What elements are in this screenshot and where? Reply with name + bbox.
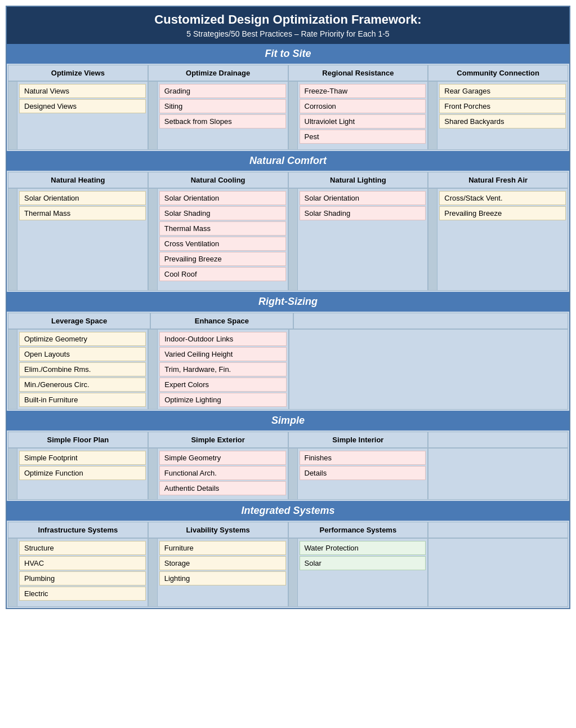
rating-box[interactable]	[8, 330, 17, 409]
rating-box[interactable]	[289, 82, 298, 149]
rating-box[interactable]	[428, 82, 437, 149]
col-items-2: Water ProtectionSolar	[288, 538, 428, 607]
list-item: Built-in Furniture	[19, 393, 146, 407]
col-header-2: Simple Interior	[288, 432, 428, 448]
items-list: StructureHVACPlumbingElectric	[17, 539, 148, 606]
rating-box[interactable]	[289, 189, 298, 290]
rating-box[interactable]	[149, 449, 158, 499]
list-item: Solar Orientation	[300, 191, 426, 205]
rating-box[interactable]	[428, 189, 437, 290]
column-headers-row: Simple Floor PlanSimple ExteriorSimple I…	[8, 432, 568, 448]
column-headers-row: Leverage SpaceEnhance Space	[8, 313, 568, 329]
col-header-2: Regional Resistance	[288, 65, 428, 81]
list-item: Finishes	[300, 451, 426, 465]
items-list: Optimize GeometryOpen LayoutsElim./Combi…	[17, 330, 148, 409]
empty-row	[159, 130, 286, 145]
list-item: Cross/Stack Vent.	[439, 191, 566, 205]
list-item: Thermal Mass	[19, 206, 146, 220]
list-item: Simple Geometry	[159, 451, 286, 465]
col-header-3: Community Connection	[428, 65, 568, 81]
rating-box[interactable]	[8, 449, 17, 499]
empty-row	[300, 571, 426, 587]
list-item: Details	[300, 466, 426, 480]
col-header-1: Optimize Drainage	[148, 65, 288, 81]
list-item: Open Layouts	[19, 347, 146, 361]
col-items-3	[428, 538, 568, 607]
empty-row	[439, 221, 566, 237]
col-items-1: Simple GeometryFunctional Arch.Authentic…	[148, 448, 288, 500]
items-list: Solar OrientationThermal Mass	[17, 189, 148, 290]
main-title: Customized Design Optimization Framework…	[7, 7, 569, 29]
empty-row	[19, 481, 146, 497]
empty-row	[300, 238, 426, 254]
rating-box[interactable]	[289, 449, 298, 499]
rating-box[interactable]	[289, 539, 298, 606]
list-item: Ultraviolet Light	[300, 114, 426, 128]
rating-box[interactable]	[149, 539, 158, 606]
list-item: Setback from Slopes	[159, 114, 286, 128]
items-list: FinishesDetails	[298, 449, 428, 499]
items-list	[428, 449, 568, 499]
empty-row	[439, 130, 566, 145]
col-items-0: Solar OrientationThermal Mass	[8, 188, 148, 291]
list-item: Structure	[19, 541, 146, 555]
rating-box[interactable]	[8, 82, 17, 149]
empty-row	[300, 481, 426, 497]
col-items-0: Optimize GeometryOpen LayoutsElim./Combi…	[8, 329, 148, 410]
rating-box[interactable]	[149, 82, 158, 149]
section-header-integrated-systems: Integrated Systems	[7, 501, 569, 521]
list-item: Cool Roof	[159, 267, 286, 281]
empty-row	[300, 255, 426, 271]
section-header-simple: Simple	[7, 411, 569, 430]
col-header-1: Livability Systems	[148, 522, 288, 538]
items-list: Water ProtectionSolar	[298, 539, 428, 606]
list-item: Optimize Geometry	[19, 332, 146, 346]
list-item: Solar Orientation	[19, 191, 146, 205]
rating-box[interactable]	[8, 189, 17, 290]
list-item: Lighting	[159, 571, 286, 585]
empty-row	[19, 255, 146, 271]
column-items-row: StructureHVACPlumbingElectricFurnitureSt…	[8, 538, 568, 607]
column-items-row: Optimize GeometryOpen LayoutsElim./Combi…	[8, 329, 568, 410]
col-header-2	[293, 313, 569, 329]
section-body-simple: Simple Floor PlanSimple ExteriorSimple I…	[7, 430, 569, 501]
col-items-0: StructureHVACPlumbingElectric	[8, 538, 148, 607]
empty-row	[19, 221, 146, 237]
empty-row	[19, 131, 146, 147]
main-subtitle: 5 Strategies/50 Best Practices – Rate Pr…	[7, 29, 569, 44]
col-items-3: Cross/Stack Vent.Prevailing Breeze	[428, 188, 568, 291]
rating-box[interactable]	[149, 330, 158, 409]
col-header-1: Simple Exterior	[148, 432, 288, 448]
col-items-2: Solar OrientationSolar Shading	[288, 188, 428, 291]
items-list: Simple FootprintOptimize Function	[17, 449, 148, 499]
items-list: Cross/Stack Vent.Prevailing Breeze	[437, 189, 568, 290]
items-list	[289, 330, 568, 409]
list-item: Freeze-Thaw	[300, 84, 426, 98]
list-item: Grading	[159, 84, 286, 98]
list-item: Indoor-Outdoor Links	[159, 332, 286, 346]
empty-row	[439, 272, 566, 288]
rating-box[interactable]	[8, 539, 17, 606]
empty-row	[439, 238, 566, 254]
section-header-natural-comfort: Natural Comfort	[7, 151, 569, 171]
col-header-2: Natural Lighting	[288, 172, 428, 188]
items-list	[428, 539, 568, 606]
col-items-1: FurnitureStorageLighting	[148, 538, 288, 607]
col-header-0: Optimize Views	[8, 65, 148, 81]
list-item: Elim./Combine Rms.	[19, 362, 146, 376]
list-item: Solar Shading	[159, 206, 286, 220]
list-item: Functional Arch.	[159, 466, 286, 480]
list-item: Expert Colors	[159, 378, 286, 392]
items-list: FurnitureStorageLighting	[158, 539, 288, 606]
list-item: HVAC	[19, 556, 146, 570]
col-header-3: Natural Fresh Air	[428, 172, 568, 188]
list-item: Authentic Details	[159, 481, 286, 495]
col-header-2: Performance Systems	[288, 522, 428, 538]
list-item: Furniture	[159, 541, 286, 555]
col-header-0: Leverage Space	[8, 313, 150, 329]
list-item: Front Porches	[439, 99, 566, 113]
column-headers-row: Infrastructure SystemsLivability Systems…	[8, 522, 568, 538]
rating-box[interactable]	[149, 189, 158, 290]
main-container: Customized Design Optimization Framework…	[6, 6, 570, 609]
col-items-3: Rear GaragesFront PorchesShared Backyard…	[428, 81, 568, 150]
